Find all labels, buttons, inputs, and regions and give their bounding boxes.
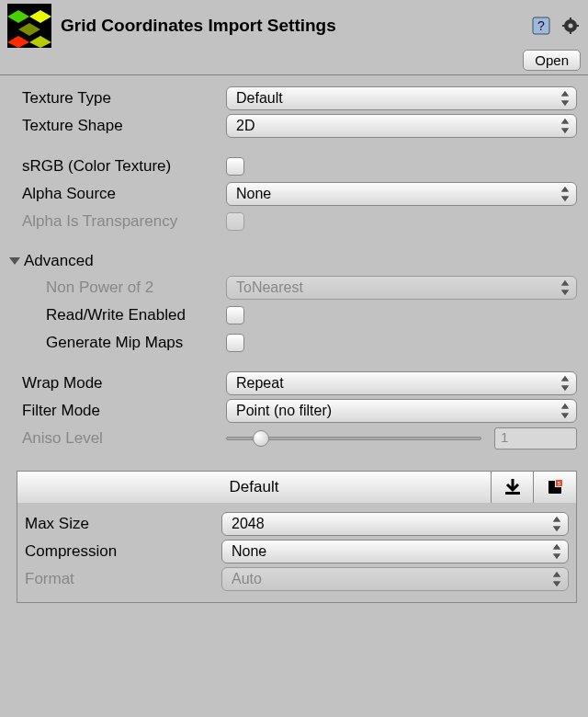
mip-label: Generate Mip Maps bbox=[46, 334, 226, 352]
maxsize-dropdown[interactable]: 2048 bbox=[221, 512, 569, 536]
maxsize-label: Max Size bbox=[25, 515, 221, 533]
rw-label: Read/Write Enabled bbox=[46, 306, 226, 324]
asset-preview-icon bbox=[7, 4, 51, 48]
page-title: Grid Coordinates Import Settings bbox=[61, 16, 522, 36]
platform-tab-default[interactable]: Default bbox=[17, 472, 492, 503]
filter-mode-label: Filter Mode bbox=[22, 402, 226, 420]
svg-rect-13 bbox=[575, 25, 579, 27]
platform-tab-standalone[interactable] bbox=[492, 472, 534, 503]
texture-type-label: Texture Type bbox=[22, 89, 226, 108]
srgb-label: sRGB (Color Texture) bbox=[22, 157, 226, 176]
compression-dropdown[interactable]: None bbox=[221, 540, 569, 563]
format-label: Format bbox=[25, 570, 221, 588]
wrap-mode-dropdown[interactable]: Repeat bbox=[226, 371, 577, 395]
platform-settings-panel: Default 5 Max Size 2048 Compression None… bbox=[17, 471, 577, 603]
mip-checkbox[interactable] bbox=[226, 334, 244, 352]
svg-rect-10 bbox=[570, 17, 571, 21]
filter-mode-dropdown[interactable]: Point (no filter) bbox=[226, 399, 577, 423]
open-button[interactable]: Open bbox=[523, 50, 581, 71]
help-icon[interactable]: ? bbox=[531, 16, 551, 36]
rw-checkbox[interactable] bbox=[226, 306, 244, 324]
slider-thumb-icon bbox=[253, 430, 269, 447]
texture-type-dropdown[interactable]: Default bbox=[226, 86, 577, 110]
aniso-label: Aniso Level bbox=[22, 429, 226, 448]
platform-tab-webgl[interactable]: 5 bbox=[534, 472, 576, 503]
settings-gear-icon[interactable] bbox=[560, 16, 581, 36]
advanced-heading: Advanced bbox=[24, 252, 94, 270]
format-dropdown: Auto bbox=[221, 567, 569, 591]
aniso-value: 1 bbox=[494, 427, 577, 450]
alpha-source-label: Alpha Source bbox=[22, 185, 226, 203]
svg-point-9 bbox=[569, 24, 573, 28]
srgb-checkbox[interactable] bbox=[226, 157, 244, 176]
npot-dropdown: ToNearest bbox=[226, 276, 577, 300]
svg-rect-14 bbox=[505, 492, 520, 495]
advanced-foldout[interactable]: Advanced bbox=[9, 248, 577, 274]
svg-rect-11 bbox=[570, 30, 571, 34]
texture-shape-label: Texture Shape bbox=[22, 117, 226, 135]
aniso-slider bbox=[226, 437, 481, 440]
chevron-down-icon bbox=[9, 257, 20, 265]
alpha-source-dropdown[interactable]: None bbox=[226, 182, 577, 206]
alpha-transparency-checkbox bbox=[226, 212, 244, 231]
svg-rect-12 bbox=[562, 25, 566, 27]
texture-shape-dropdown[interactable]: 2D bbox=[226, 114, 577, 138]
npot-label: Non Power of 2 bbox=[46, 279, 226, 297]
alpha-transparency-label: Alpha Is Transparency bbox=[22, 212, 226, 231]
compression-label: Compression bbox=[25, 542, 221, 561]
wrap-mode-label: Wrap Mode bbox=[22, 374, 226, 393]
svg-text:?: ? bbox=[537, 18, 545, 33]
